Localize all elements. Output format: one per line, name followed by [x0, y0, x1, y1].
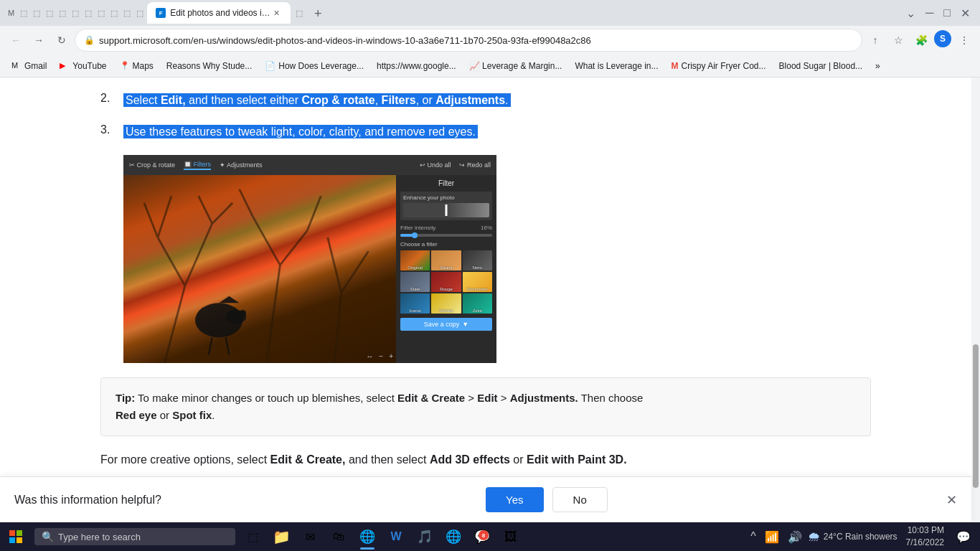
bookmark-youtube-label: YouTube [72, 61, 106, 71]
taskbar-app-word[interactable]: W [382, 522, 410, 551]
forward-button[interactable]: → [29, 30, 49, 50]
taskbar-app-whatsapp[interactable]: 💬 8 [468, 522, 496, 551]
intensity-value: 16% [481, 225, 492, 231]
taskbar-app-mail[interactable]: ✉ [296, 522, 324, 551]
active-tab[interactable]: F Edit photos and videos in Windows 10 ✕ [147, 2, 291, 24]
share-button[interactable]: ↑ [865, 30, 885, 50]
bookmark-what-leverage-label: What is Leverage in... [575, 61, 658, 71]
filter-sahara: Sahara [431, 293, 461, 314]
tab-favicon-gmail[interactable]: M [6, 9, 17, 17]
taskbar-app-spotify[interactable]: 🎵 [410, 522, 439, 551]
bookmark-leverage-margin[interactable]: 📈 Leverage & Margin... [463, 59, 568, 73]
feedback-no-button[interactable]: No [552, 487, 608, 512]
tip-adjustments: Adjustments. [510, 392, 578, 404]
save-copy-button[interactable]: Save a copy ▼ [400, 318, 492, 331]
filter-zeke: Zeke [463, 293, 492, 314]
photos-icon: 🖼 [504, 529, 517, 545]
browser-collapse-icon[interactable]: ⌄ [902, 4, 920, 23]
extensions-button[interactable]: 🧩 [911, 30, 931, 50]
bookmark-leverage-how[interactable]: 📄 How Does Leverage... [259, 59, 369, 73]
taskbar-app-store[interactable]: 🛍 [324, 522, 353, 551]
bookmark-bloodsugar[interactable]: Blood Sugar | Blood... [773, 59, 869, 73]
browser-minimize-icon[interactable]: ─ [921, 4, 938, 22]
content-area: 2. Select Edit, and then select either C… [0, 77, 980, 522]
more-info-middle: and then select [345, 453, 429, 466]
bookmark-bloodsugar-label: Blood Sugar | Blood... [779, 61, 863, 71]
address-bar[interactable]: 🔒 support.microsoft.com/en-us/windows/ed… [75, 29, 862, 52]
bookmark-leverage-how-text: How Does Leverage... [278, 61, 364, 71]
tab-favicon-7[interactable]: ⬚ [83, 9, 94, 18]
back-button[interactable]: ← [6, 30, 26, 50]
notification-center-button[interactable]: 💬 [953, 522, 974, 551]
tab-favicon-10[interactable]: ⬚ [121, 9, 133, 18]
network-icon[interactable]: 📶 [762, 527, 782, 547]
scrollbar[interactable] [971, 77, 980, 522]
filter-sauna: Sauna [431, 250, 461, 270]
start-button[interactable] [0, 522, 32, 551]
tab-favicon-11[interactable]: ⬚ [134, 9, 146, 18]
tab-favicon-4[interactable]: ⬚ [44, 9, 55, 18]
tip-period: . [212, 409, 215, 421]
taskbar-search-bar[interactable]: 🔍 Type here to search [34, 528, 235, 545]
feedback-close-button[interactable]: ✕ [946, 492, 957, 508]
more-info-add3d: Add 3D effects [430, 453, 510, 466]
tab-favicon-9[interactable]: ⬚ [108, 9, 120, 18]
feedback-yes-button[interactable]: Yes [486, 487, 543, 512]
nav-actions: ↑ ☆ 🧩 S ⋮ [865, 30, 974, 50]
user-profile-button[interactable]: S [934, 30, 951, 47]
bookmark-google[interactable]: https://www.google... [371, 59, 462, 73]
tab-favicon-5[interactable]: ⬚ [57, 9, 68, 18]
tree-overlay [131, 182, 389, 363]
browser-maximize-icon[interactable]: □ [939, 4, 955, 22]
enhance-section: Enhance your photo [400, 192, 492, 220]
bookmark-reasons[interactable]: Reasons Why Stude... [161, 59, 258, 73]
svg-line-10 [240, 189, 253, 217]
taskbar-app-browser2[interactable]: 🌐 [439, 522, 468, 551]
svg-line-5 [199, 196, 212, 223]
tab-close-button[interactable]: ✕ [270, 7, 282, 19]
filters-btn: 🔲 Filters [184, 161, 211, 170]
tab-favicon-8[interactable]: ⬚ [95, 9, 107, 18]
browser-menu-button[interactable]: ⋮ [954, 30, 974, 50]
tray-expand-icon[interactable]: ^ [748, 527, 759, 546]
bookmark-maps-label: Maps [133, 61, 154, 71]
tab-favicon-12[interactable]: ⬚ [293, 9, 305, 18]
taskbar-app-edge[interactable]: 🌐 [353, 522, 382, 551]
bookmark-leverage-how-label: 📄 [265, 61, 275, 71]
filter-rouge: Rouge [431, 272, 461, 292]
feedback-bar: Was this information helpful? Yes No ✕ [0, 476, 971, 522]
tab-favicon-2[interactable]: ⬚ [18, 9, 29, 18]
volume-icon[interactable]: 🔊 [785, 527, 805, 547]
taskbar-clock[interactable]: 10:03 PM 7/16/2022 [900, 522, 950, 551]
save-copy-chevron: ▼ [462, 321, 468, 328]
refresh-button[interactable]: ↻ [52, 30, 72, 50]
feedback-buttons: Yes No [486, 487, 608, 512]
bookmark-maps[interactable]: 📍 Maps [114, 59, 159, 73]
svg-rect-21 [9, 530, 15, 536]
bookmark-what-leverage[interactable]: What is Leverage in... [569, 59, 664, 73]
bookmark-gmail[interactable]: M Gmail [6, 59, 52, 73]
bookmark-crispy[interactable]: M Crispy Air Fryer Cod... [666, 59, 772, 73]
bookmarks-bar: M Gmail ▶ YouTube 📍 Maps Reasons Why Stu… [0, 55, 980, 77]
bookmark-button[interactable]: ☆ [888, 30, 908, 50]
taskbar-app-folder[interactable]: 📁 [267, 522, 296, 551]
svg-line-4 [158, 196, 171, 237]
browser-close-icon[interactable]: ✕ [956, 4, 974, 23]
tab-favicon-6[interactable]: ⬚ [70, 9, 81, 18]
tab-favicon-3[interactable]: ⬚ [31, 9, 42, 18]
mail-icon: ✉ [306, 530, 315, 544]
bookmark-more[interactable]: » [870, 59, 886, 73]
new-tab-button[interactable]: + [308, 4, 328, 24]
more-info-or: or [510, 453, 527, 466]
tip-edit-create: Edit & Create [397, 392, 465, 404]
svg-line-1 [158, 237, 185, 286]
editor-main-area: ↔ − + Filter Enhance your photo [123, 175, 496, 363]
scrollbar-thumb[interactable] [973, 344, 979, 488]
task-view-button[interactable]: ⬚ [238, 522, 267, 551]
step-3-highlight: Use these features to tweak light, color… [123, 125, 478, 138]
filter-sunscreen: Sunscreen [463, 272, 492, 292]
svg-line-2 [185, 224, 212, 286]
taskbar-app-photos[interactable]: 🖼 [496, 522, 525, 551]
bookmark-youtube[interactable]: ▶ YouTube [54, 59, 112, 73]
lock-icon: 🔒 [84, 35, 95, 45]
